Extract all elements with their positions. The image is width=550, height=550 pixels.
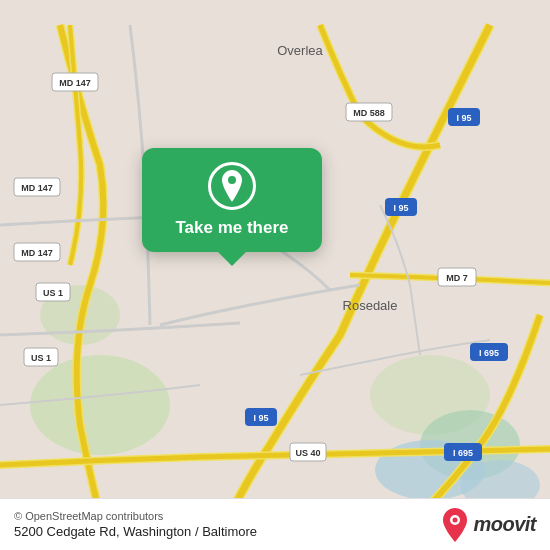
take-me-there-label: Take me there (175, 218, 288, 238)
location-pin-icon (208, 162, 256, 210)
svg-point-35 (228, 176, 236, 184)
moovit-text: moovit (473, 513, 536, 536)
svg-point-37 (453, 517, 458, 522)
map-container: MD 147 MD 147 MD 147 US 1 US 1 MD 588 I … (0, 0, 550, 550)
moovit-pin-icon (441, 508, 469, 542)
address-text: 5200 Cedgate Rd, Washington / Baltimore (14, 524, 257, 539)
attribution-text: © OpenStreetMap contributors (14, 510, 257, 522)
moovit-logo: moovit (441, 508, 536, 542)
take-me-there-button[interactable]: Take me there (142, 148, 322, 252)
map-background (0, 0, 550, 550)
bottom-bar: © OpenStreetMap contributors 5200 Cedgat… (0, 498, 550, 550)
